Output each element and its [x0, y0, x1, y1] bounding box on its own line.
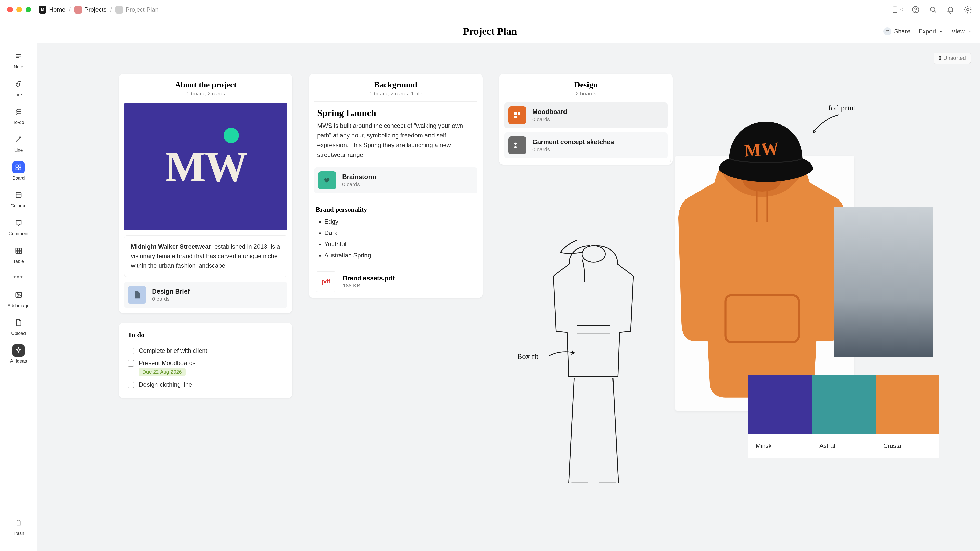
- share-button[interactable]: Share: [883, 27, 910, 35]
- file-size: 188 KB: [343, 283, 395, 289]
- breadcrumb-separator: /: [110, 6, 112, 13]
- subcard-subtitle: 0 cards: [152, 296, 189, 302]
- tool-trash[interactable]: Trash: [13, 516, 25, 536]
- background-text[interactable]: MWS is built around the concept of "walk…: [316, 121, 476, 162]
- swatch-astral[interactable]: Astral: [812, 375, 876, 457]
- tool-link[interactable]: Link: [13, 78, 25, 97]
- close-window-icon[interactable]: [7, 7, 13, 13]
- heart-icon: [318, 171, 336, 189]
- chevron-down-icon: [939, 29, 943, 34]
- about-description[interactable]: Midnight Walker Streetwear, established …: [124, 235, 287, 277]
- view-label: View: [951, 28, 965, 35]
- image-icon: [13, 289, 25, 301]
- svg-rect-8: [16, 168, 18, 170]
- list-item: Dark: [325, 227, 477, 238]
- canvas[interactable]: 0 Unsorted About the project 1 board, 2 …: [37, 43, 980, 551]
- breadcrumb-projects[interactable]: Projects: [74, 6, 107, 14]
- brand-personality-list[interactable]: Edgy Dark Youthful Australian Spring: [314, 216, 477, 261]
- line-icon: [13, 133, 25, 146]
- view-dropdown[interactable]: View: [951, 28, 972, 35]
- todo-item[interactable]: Present Moodboards Due 22 Aug 2026: [127, 357, 284, 379]
- breadcrumb-current[interactable]: Project Plan: [115, 6, 159, 14]
- swatch-color: [748, 375, 812, 433]
- brand-logo-text: MW: [165, 142, 246, 192]
- home-icon: M: [39, 6, 46, 14]
- svg-rect-0: [893, 6, 897, 13]
- tool-comment[interactable]: Comment: [8, 217, 28, 237]
- maximize-window-icon[interactable]: [25, 7, 31, 13]
- brand-hero-image: MW: [124, 103, 287, 230]
- gear-icon[interactable]: [963, 5, 973, 15]
- comment-icon: [13, 217, 25, 229]
- background-card[interactable]: Background 1 board, 2 cards, 1 file Spri…: [309, 74, 483, 298]
- design-brief-card[interactable]: Design Brief 0 cards: [124, 282, 287, 308]
- minimize-window-icon[interactable]: [16, 7, 22, 13]
- hat-logo-text: MW: [743, 138, 780, 161]
- brainstorm-card[interactable]: Brainstorm 0 cards: [314, 167, 477, 193]
- bucket-hat-image[interactable]: MW: [714, 110, 818, 186]
- share-label: Share: [894, 28, 910, 35]
- breadcrumb-label: Home: [49, 6, 65, 13]
- system-titlebar: M Home / Projects / Project Plan 0: [0, 0, 980, 19]
- trash-icon: [13, 516, 25, 529]
- help-icon[interactable]: [911, 5, 921, 15]
- todo-text: Present Moodboards: [139, 359, 196, 367]
- column-about[interactable]: About the project 1 board, 2 cards MW Mi…: [119, 74, 293, 398]
- breadcrumb-label: Projects: [84, 6, 107, 13]
- tool-line[interactable]: Line: [13, 133, 25, 153]
- todo-title: To do: [127, 331, 284, 339]
- breadcrumb-home[interactable]: M Home: [39, 6, 65, 14]
- checkbox[interactable]: [127, 348, 134, 354]
- subcard-title: Design Brief: [152, 288, 189, 295]
- todo-item[interactable]: Complete brief with client: [127, 345, 284, 357]
- add-user-icon: [883, 27, 891, 35]
- list-item: Edgy: [325, 216, 477, 227]
- swatch-minsk[interactable]: Minsk: [748, 375, 812, 457]
- brand-name: Midnight Walker Streetwear: [131, 243, 211, 250]
- about-card[interactable]: About the project 1 board, 2 cards MW Mi…: [119, 74, 293, 313]
- todo-card[interactable]: To do Complete brief with client Present…: [119, 323, 293, 398]
- search-icon[interactable]: [928, 5, 938, 15]
- tool-upload[interactable]: Upload: [11, 317, 26, 336]
- window-controls[interactable]: [7, 7, 31, 13]
- export-dropdown[interactable]: Export: [918, 28, 943, 35]
- tool-more[interactable]: •••: [13, 272, 24, 281]
- todo-text: Complete brief with client: [139, 347, 207, 354]
- document-counter[interactable]: 0: [891, 6, 904, 14]
- garment-sketch[interactable]: [522, 235, 665, 505]
- todo-text: Design clothing line: [139, 381, 192, 388]
- todo-item[interactable]: Design clothing line: [127, 379, 284, 391]
- tool-todo[interactable]: To-do: [13, 106, 25, 125]
- column-background[interactable]: Background 1 board, 2 cards, 1 file Spri…: [309, 74, 483, 308]
- handwritten-note: foil print: [829, 103, 856, 112]
- unsorted-pill[interactable]: 0 Unsorted: [934, 52, 971, 64]
- bell-icon[interactable]: [945, 5, 956, 15]
- checklist-icon: [13, 106, 25, 118]
- tool-column[interactable]: Column: [11, 189, 26, 209]
- tool-table[interactable]: Table: [13, 245, 25, 264]
- checkbox[interactable]: [127, 360, 134, 367]
- tool-add-image[interactable]: Add image: [7, 289, 29, 308]
- todo-due-badge: Due 22 Aug 2026: [139, 368, 186, 376]
- tool-ai-ideas[interactable]: AI Ideas: [10, 345, 27, 364]
- street-photo[interactable]: [834, 206, 933, 357]
- color-palette[interactable]: Minsk Astral Crusta: [748, 375, 939, 457]
- moodboard-canvas[interactable]: MW foil print: [520, 71, 964, 490]
- svg-rect-16: [514, 116, 517, 118]
- tool-note[interactable]: Note: [13, 50, 25, 70]
- svg-rect-7: [19, 165, 21, 167]
- file-attachment[interactable]: pdf Brand assets.pdf 188 KB: [314, 266, 477, 293]
- swatch-label: Astral: [812, 433, 876, 457]
- list-item: Australian Spring: [325, 250, 477, 261]
- svg-rect-9: [19, 168, 21, 170]
- card-title: Background: [314, 80, 477, 89]
- column-icon: [13, 189, 25, 201]
- swatch-crusta[interactable]: Crusta: [876, 375, 939, 457]
- checkbox[interactable]: [127, 382, 134, 388]
- document-icon: [128, 286, 146, 304]
- counter-value: 0: [900, 6, 904, 13]
- tool-board[interactable]: Board: [12, 161, 24, 181]
- arrow-annotation: [811, 112, 841, 135]
- unsorted-count: 0: [939, 55, 942, 61]
- svg-point-18: [514, 146, 517, 148]
